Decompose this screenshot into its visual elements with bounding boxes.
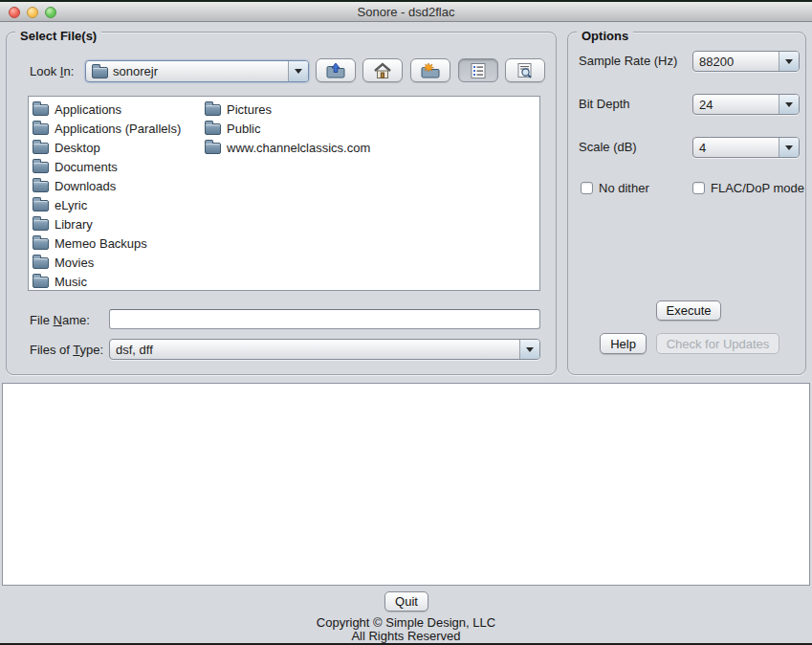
app-window: Sonore - dsd2flac Select File(s) Look In…: [0, 0, 812, 645]
options-group-title: Options: [577, 29, 633, 43]
flac-dop-label: FLAC/DoP mode: [711, 181, 804, 196]
folder-icon: [33, 143, 49, 154]
list-item-label: Desktop: [55, 141, 100, 155]
list-item-label: Public: [227, 122, 260, 136]
look-in-combobox[interactable]: sonorejr: [85, 60, 309, 82]
select-files-group-title: Select File(s): [15, 29, 101, 43]
up-folder-icon: [325, 62, 346, 79]
list-item-label: Movies: [55, 256, 94, 270]
window-title: Sonore - dsd2flac: [0, 5, 812, 19]
dropdown-arrow-icon: [288, 61, 308, 81]
copyright-line2: All Rights Reserved: [0, 629, 812, 643]
list-item-label: Applications (Parallels): [55, 122, 181, 136]
folder-icon: [205, 104, 221, 116]
list-item[interactable]: Movies: [33, 253, 181, 272]
folder-icon: [205, 143, 221, 154]
list-item[interactable]: Public: [205, 119, 370, 138]
folder-icon: [33, 277, 49, 288]
log-output-area: [2, 383, 810, 586]
sample-rate-value: 88200: [699, 55, 734, 69]
list-view-icon: [470, 62, 487, 79]
flac-dop-checkbox[interactable]: [692, 182, 705, 194]
sample-rate-combobox[interactable]: 88200: [692, 51, 800, 72]
list-view-button[interactable]: [458, 58, 498, 82]
look-in-label: Look In:: [30, 64, 74, 79]
list-item-label: Documents: [55, 160, 118, 174]
new-folder-button[interactable]: [410, 58, 450, 82]
options-group: Options Sample Rate (Hz) 88200 Bit Depth…: [567, 32, 806, 375]
list-item[interactable]: Documents: [33, 157, 181, 176]
list-item[interactable]: Downloads: [33, 176, 181, 195]
look-in-value: sonorejr: [113, 64, 158, 78]
dropdown-arrow-icon: [779, 138, 799, 157]
scale-label: Scale (dB): [579, 140, 637, 155]
help-button[interactable]: Help: [600, 333, 647, 354]
list-item-label: Memeo Backups: [55, 236, 147, 251]
bit-depth-value: 24: [699, 98, 713, 112]
folder-icon: [33, 238, 49, 250]
quit-button[interactable]: Quit: [384, 591, 428, 612]
files-of-type-combobox[interactable]: dsf, dff: [109, 339, 540, 360]
copyright-line1: Copyright © Simple Design, LLC: [0, 615, 812, 630]
no-dither-label: No dither: [599, 181, 649, 196]
list-item-label: eLyric: [55, 198, 87, 212]
list-item[interactable]: Library: [33, 214, 181, 234]
dropdown-arrow-icon: [519, 340, 539, 359]
list-item-label: Music: [55, 275, 87, 289]
new-folder-icon: [420, 62, 441, 79]
list-item[interactable]: Desktop: [33, 138, 181, 157]
list-item[interactable]: eLyric: [33, 195, 181, 214]
list-item-label: www.channelclassics.com: [227, 141, 370, 155]
list-item[interactable]: www.channelclassics.com: [205, 138, 370, 157]
folder-icon: [33, 162, 49, 173]
scale-value: 4: [699, 141, 706, 155]
file-name-label: File Name:: [30, 313, 90, 328]
details-view-icon: [516, 62, 535, 79]
sample-rate-label: Sample Rate (Hz): [579, 54, 677, 69]
bit-depth-label: Bit Depth: [579, 97, 629, 112]
bit-depth-combobox[interactable]: 24: [692, 94, 800, 115]
check-for-updates-button: Check for Updates: [656, 333, 779, 354]
up-one-level-button[interactable]: [316, 58, 356, 82]
folder-icon: [92, 67, 108, 78]
list-item[interactable]: Pictures: [205, 100, 370, 119]
home-button[interactable]: [362, 58, 403, 82]
file-name-input[interactable]: [109, 309, 540, 329]
scale-combobox[interactable]: 4: [692, 137, 800, 158]
dropdown-arrow-icon: [779, 52, 799, 71]
folder-icon: [33, 257, 49, 269]
list-item-label: Applications: [55, 102, 121, 117]
home-icon: [373, 62, 392, 79]
details-view-button[interactable]: [505, 58, 545, 82]
folder-icon: [33, 123, 49, 135]
folder-icon: [33, 104, 49, 116]
list-item[interactable]: Applications (Parallels): [33, 119, 181, 138]
no-dither-checkbox[interactable]: [581, 182, 593, 194]
list-item-label: Library: [55, 217, 93, 232]
list-item[interactable]: Applications: [33, 100, 181, 119]
file-list[interactable]: Applications Applications (Parallels) De…: [28, 96, 540, 291]
select-files-group: Select File(s) Look In: sonorejr: [6, 32, 557, 375]
folder-icon: [33, 181, 49, 192]
list-item-label: Pictures: [227, 102, 272, 117]
titlebar[interactable]: Sonore - dsd2flac: [0, 2, 812, 22]
folder-icon: [205, 123, 221, 135]
files-of-type-label: Files of Type:: [30, 343, 103, 358]
list-item[interactable]: Memeo Backups: [33, 234, 181, 253]
list-item[interactable]: Music: [33, 272, 181, 291]
files-of-type-value: dsf, dff: [116, 343, 153, 357]
dropdown-arrow-icon: [779, 95, 799, 114]
execute-button[interactable]: Execute: [656, 300, 721, 321]
list-item-label: Downloads: [55, 179, 116, 193]
folder-icon: [33, 200, 49, 211]
folder-icon: [33, 219, 49, 231]
